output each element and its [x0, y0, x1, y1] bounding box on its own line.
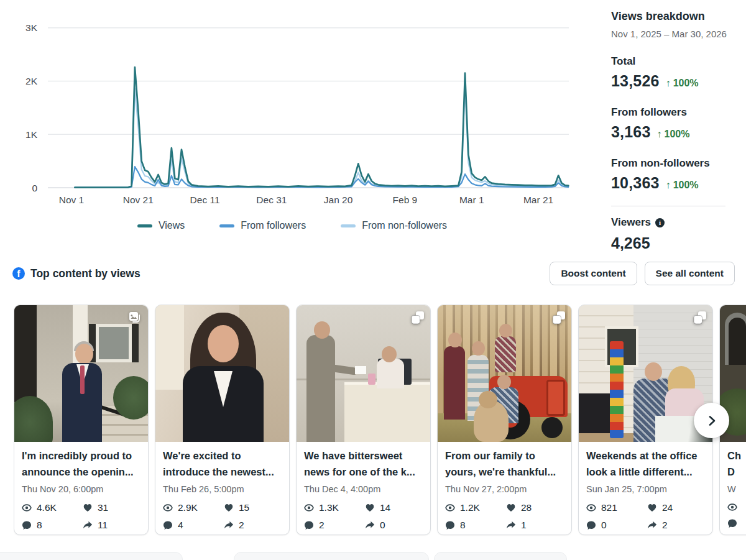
views-stat [727, 502, 746, 512]
views-stat: 2.9K [163, 502, 224, 513]
metric-total: Total 13,526 ↑100% [611, 55, 744, 90]
viewers-label: Viewers [611, 216, 651, 229]
eye-icon [586, 503, 596, 513]
post-thumbnail-family-tractor [438, 305, 571, 442]
post-title: I'm incredibly proud toannounce the open… [22, 448, 140, 480]
heart-icon [506, 503, 516, 513]
post-title: We have bittersweetnews for one of the k… [304, 448, 423, 480]
non-followers-views-value: 10,363 [611, 174, 660, 192]
legend-item-from-non-followers: From non-followers [341, 220, 447, 231]
followers-series-swatch [219, 224, 234, 227]
up-arrow-icon: ↑ [657, 129, 662, 140]
eye-icon [727, 502, 737, 512]
up-arrow-icon: ↑ [666, 78, 671, 89]
likes-stat: 15 [224, 502, 282, 513]
top-content-carousel: I'm incredibly proud toannounce the open… [14, 305, 746, 537]
views-stat: 4.6K [22, 502, 83, 513]
non-followers-views-delta: ↑100% [666, 180, 699, 191]
post-date: W [727, 484, 746, 494]
post-thumbnail-man-suit-building [14, 305, 148, 442]
post-date: Thu Nov 20, 6:00pm [22, 484, 140, 494]
shares-stat: 11 [83, 520, 140, 531]
comment-icon [22, 520, 32, 530]
comment-icon [445, 520, 455, 530]
svg-text:Mar 21: Mar 21 [523, 195, 553, 205]
post-title: From our family toyours, we're thankful.… [445, 448, 564, 480]
content-card-1[interactable]: I'm incredibly proud toannounce the open… [14, 305, 149, 535]
post-title: Weekends at the officelook a little diff… [586, 448, 705, 480]
share-icon [506, 520, 516, 530]
heart-icon [83, 503, 93, 513]
comments-stat: 0 [586, 520, 647, 531]
comment-icon [163, 520, 173, 530]
viewers-value: 4,265 [611, 234, 744, 252]
share-icon [647, 520, 657, 530]
svg-text:Mar 1: Mar 1 [459, 195, 484, 205]
panel-divider [611, 206, 725, 206]
eye-icon [22, 503, 32, 513]
svg-text:Nov 21: Nov 21 [123, 195, 154, 205]
views-series-swatch [137, 224, 152, 227]
post-date: Thu Nov 27, 2:00pm [445, 484, 564, 494]
comments-stat: 4 [163, 520, 224, 531]
views-breakdown-panel: Views breakdown Nov 1, 2025 – Mar 30, 20… [611, 10, 744, 252]
likes-stat: 14 [365, 502, 423, 513]
post-thumbnail-office-blocks [579, 305, 712, 442]
views-line-chart: 01K2K3KNov 1Nov 21Dec 11Dec 31Jan 20Feb … [0, 0, 584, 211]
post-stats: 821 24 0 2 [586, 502, 705, 531]
svg-text:Dec 31: Dec 31 [256, 195, 287, 205]
svg-text:0: 0 [32, 183, 37, 193]
post-stats: 4.6K 31 8 11 [22, 502, 140, 531]
eye-icon [445, 503, 455, 513]
svg-text:Nov 1: Nov 1 [59, 195, 85, 205]
followers-views-value: 3,163 [611, 123, 651, 141]
post-title: ChD [727, 448, 746, 480]
svg-text:Jan 20: Jan 20 [324, 195, 353, 205]
total-views-delta: ↑100% [666, 78, 699, 89]
post-title: We're excited tointroduce the newest... [163, 448, 282, 480]
carousel-next-button[interactable] [694, 403, 729, 438]
shares-stat: 0 [365, 520, 423, 531]
post-stats: 1.2K 28 8 1 [445, 502, 564, 531]
likes-stat: 28 [506, 502, 564, 513]
insights-page: 01K2K3KNov 1Nov 21Dec 11Dec 31Jan 20Feb … [0, 0, 746, 560]
carousel-icon [552, 311, 566, 324]
chart-legend: Views From followers From non-followers [0, 220, 584, 231]
comment-icon [727, 518, 737, 528]
carousel-icon [693, 311, 707, 324]
views-stat: 821 [586, 502, 647, 513]
post-stats: 2.9K 15 4 2 [163, 502, 282, 531]
info-icon[interactable]: i [655, 218, 665, 227]
comment-icon [586, 520, 596, 530]
next-section-peek [434, 552, 567, 560]
total-views-value: 13,526 [611, 72, 660, 90]
shares-stat: 2 [224, 520, 282, 531]
content-card-2[interactable]: We're excited tointroduce the newest... … [155, 305, 290, 535]
panel-title: Views breakdown [611, 10, 744, 23]
post-date: Thu Feb 26, 5:00pm [163, 484, 282, 494]
comments-stat [727, 518, 746, 528]
chevron-right-icon [705, 414, 719, 428]
content-card-5[interactable]: Weekends at the officelook a little diff… [578, 305, 713, 535]
legend-label: From non-followers [362, 220, 447, 231]
comments-stat: 8 [445, 520, 506, 531]
content-card-3[interactable]: We have bittersweetnews for one of the k… [296, 305, 431, 535]
views-stat: 1.3K [304, 502, 365, 513]
facebook-icon: f [12, 267, 25, 280]
comments-stat: 8 [22, 520, 83, 531]
share-icon [365, 520, 375, 530]
post-thumbnail-woman-portrait [155, 305, 289, 442]
post-date: Thu Dec 4, 4:00pm [304, 484, 423, 494]
shares-stat: 2 [647, 520, 705, 531]
see-all-content-button[interactable]: See all content [645, 262, 735, 285]
legend-label: Views [159, 220, 185, 231]
share-icon [83, 520, 93, 530]
legend-item-from-followers: From followers [219, 220, 306, 231]
heart-icon [647, 503, 657, 513]
content-card-4[interactable]: From our family toyours, we're thankful.… [437, 305, 572, 535]
photo-stack-icon [129, 311, 142, 324]
likes-stat: 31 [83, 502, 140, 513]
svg-text:Dec 11: Dec 11 [190, 195, 220, 205]
boost-content-button[interactable]: Boost content [550, 262, 637, 285]
post-thumbnail-office-scene [297, 305, 430, 442]
